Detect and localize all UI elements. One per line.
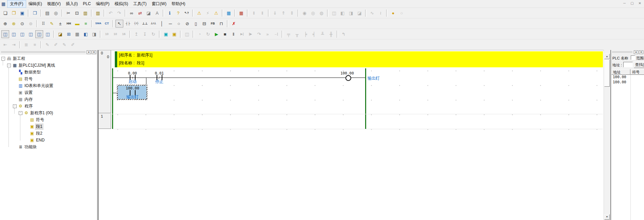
menu-window[interactable]: 窗口(W) (149, 0, 169, 7)
rung-comment-header[interactable]: [程序名 : 新程序1] [段名称 : 段1] (115, 51, 603, 67)
maximize-button[interactable]: ▢ (630, 1, 633, 5)
simulator-online-button[interactable]: ▣ (162, 30, 170, 38)
program1-expander[interactable]: - (19, 111, 22, 115)
tree-item-plc[interactable]: -▦新PLC1[CJ2M] 离线 (0, 62, 97, 69)
close-button[interactable]: ✕ (639, 1, 641, 5)
find-address-button[interactable]: ◪ (145, 9, 153, 17)
rung-margin-1[interactable]: 1 (99, 114, 111, 129)
ladder-vertical-scrollbar[interactable]: ▲ ▼ (604, 50, 610, 220)
tree-item-program1[interactable]: -⚙新程序1 (00) (0, 109, 97, 116)
panel-grip[interactable] (1, 51, 86, 52)
open-button[interactable]: ❐ (10, 9, 18, 17)
menu-edit[interactable]: 编辑(E) (26, 0, 44, 7)
menu-view[interactable]: 视图(V) (45, 0, 63, 7)
show-contact-address-button[interactable]: HH (65, 20, 73, 28)
print-preview-button[interactable]: ◎ (52, 9, 60, 17)
output-coil[interactable] (345, 75, 351, 81)
menu-program[interactable]: 编程(P) (93, 0, 112, 7)
zoom-out-button[interactable]: ⊙ (18, 20, 26, 28)
set-password-button[interactable]: ● (389, 9, 397, 17)
clock-window-button[interactable]: ◨ (90, 30, 98, 38)
find-button[interactable]: 查找(F) (634, 62, 644, 68)
show-grid-button[interactable]: ⠿ (39, 20, 47, 28)
find-compile-report-button[interactable]: ⚠ (212, 9, 220, 17)
menu-simulation[interactable]: 模拟(S) (112, 0, 130, 7)
address-ref-row[interactable]: 100.00 (611, 75, 644, 80)
show-monitor-box-button[interactable]: ▬ (73, 20, 81, 28)
tree-item-program1-symbols[interactable]: ▤符号 (0, 116, 97, 123)
compile-program-button[interactable]: ⚠ (195, 9, 203, 17)
menu-plc[interactable]: PLC (80, 1, 93, 7)
rung-margin-0[interactable]: 0 0 (99, 50, 111, 113)
tree-item-function-blocks[interactable]: ≣功能块 (0, 143, 97, 150)
sim-pause-button[interactable]: ‖ (230, 30, 237, 38)
address-ref-row[interactable]: 100.00 (611, 80, 644, 85)
find-string-button[interactable]: A (153, 9, 161, 17)
new-vertical-button[interactable]: │ (158, 20, 166, 28)
scroll-up-icon[interactable]: ▲ (604, 54, 610, 59)
cut-button[interactable]: ✂ (65, 9, 72, 17)
workspace-window-button[interactable]: ◫ (1, 30, 9, 38)
menu-insert[interactable]: 插入(I) (64, 0, 80, 7)
new-fb-parameter-button[interactable]: ⊓ (217, 20, 225, 28)
tree-item-settings[interactable]: ▣设置 (0, 89, 97, 96)
address-input[interactable] (623, 62, 633, 67)
io-comment-window-button[interactable]: ◫ (44, 30, 52, 38)
save-button[interactable]: ▣ (18, 9, 26, 17)
panel-close-icon[interactable]: ✕ (92, 50, 96, 54)
new-horizontal-button[interactable]: ─ (166, 20, 174, 28)
copy-button[interactable]: ⊡ (73, 9, 81, 17)
new-coil-button[interactable]: ○ (175, 20, 183, 28)
cross-reference-window-button[interactable]: ◫ (27, 30, 35, 38)
memory-window-button[interactable]: ◧ (82, 30, 90, 38)
output-window-button[interactable]: ◫ (10, 30, 18, 38)
select-mode-button[interactable]: ↖ (115, 20, 123, 28)
tree-item-programs[interactable]: -⚙程序 (0, 103, 97, 109)
tree-item-project[interactable]: -品新工程 (0, 55, 97, 62)
find-replace-button[interactable]: ⇄ (136, 9, 144, 17)
sim-stop-button[interactable]: ■ (221, 30, 229, 38)
new-contact-button[interactable]: ┤├ (124, 20, 132, 28)
show-symbol-bar-button[interactable]: ≡ (82, 20, 90, 28)
simulator-settings-button[interactable]: ▣ (171, 30, 178, 38)
paste-rung-button[interactable]: ▥ (94, 9, 102, 17)
column-header-symbol[interactable]: 符号 (630, 69, 644, 75)
delete-vertical-button[interactable]: ✗ (230, 20, 238, 28)
paste-button[interactable]: ▥ (82, 9, 89, 17)
minimize-button[interactable]: ─ (623, 1, 626, 5)
show-counters-button[interactable]: CT (103, 20, 111, 28)
info-button[interactable]: ℹ (166, 9, 174, 17)
sim-run-button[interactable]: ▶ (213, 30, 220, 38)
tree-item-symbols[interactable]: ▤符号 (0, 75, 97, 82)
scrollbar-thumb[interactable] (604, 60, 610, 87)
tree-item-section2[interactable]: ▣段2 (0, 130, 97, 137)
new-fb-invocation-button[interactable]: FB (209, 20, 217, 28)
find-button[interactable]: ∞ (128, 9, 136, 17)
show-comments-button[interactable]: ± (56, 20, 64, 28)
tree-item-section1[interactable]: ▣段1 (0, 123, 97, 130)
zoom-in-button[interactable]: ⊕ (1, 20, 9, 28)
panel-close-icon[interactable]: ✕ (639, 50, 643, 54)
zoom-custom-button[interactable]: ⊗ (10, 20, 18, 28)
work-online-simulator-button[interactable]: ▦ (237, 9, 245, 17)
data-trace-button[interactable]: ◪ (56, 30, 64, 38)
tree-item-end[interactable]: ▣END (0, 137, 97, 143)
new-closed-coil-button[interactable]: ⊘ (183, 20, 191, 28)
watch-window-button[interactable]: ◫ (18, 30, 26, 38)
panel-dropdown-icon[interactable]: ▾ (87, 50, 91, 54)
menu-tools[interactable]: 工具(T) (131, 0, 149, 7)
tree-item-io-table[interactable]: ▥IO表和单元设置 (0, 82, 97, 89)
new-button[interactable]: ❏ (1, 9, 9, 17)
plc-expander[interactable]: - (7, 64, 11, 67)
print-button[interactable]: ▤ (43, 9, 51, 17)
context-help-button[interactable]: ↖? (183, 9, 191, 17)
tree-item-data-types[interactable]: ▚数据类型 (0, 69, 97, 75)
compile-to-plc-button[interactable]: ❒ (31, 9, 39, 17)
help-button[interactable]: ? (174, 9, 182, 17)
new-inverted-instruction-button[interactable]: ⊟ (200, 20, 208, 28)
new-or-contact-button[interactable]: ⊥⊥ (141, 20, 149, 28)
project-expander[interactable]: - (1, 57, 5, 61)
tree-item-memory[interactable]: ▦内存 (0, 96, 97, 103)
panel-dropdown-icon[interactable]: ▾ (634, 50, 638, 54)
mnemonic-view-button[interactable]: SMA (94, 20, 102, 28)
